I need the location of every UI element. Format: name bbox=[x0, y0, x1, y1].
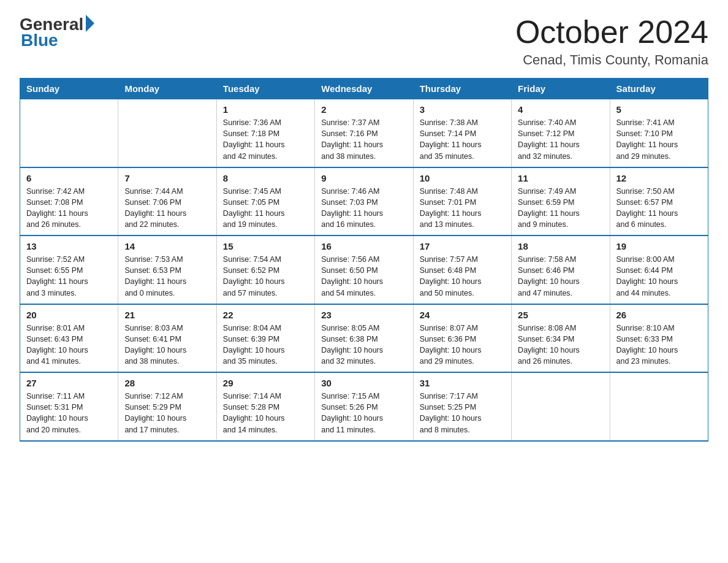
calendar-cell: 3Sunrise: 7:38 AMSunset: 7:14 PMDaylight… bbox=[413, 99, 511, 167]
day-number: 5 bbox=[616, 104, 702, 115]
day-info: Sunrise: 8:05 AMSunset: 6:38 PMDaylight:… bbox=[321, 323, 406, 367]
calendar-week-row: 13Sunrise: 7:52 AMSunset: 6:55 PMDayligh… bbox=[20, 236, 708, 304]
calendar-table: SundayMondayTuesdayWednesdayThursdayFrid… bbox=[20, 78, 708, 442]
logo: General Blue bbox=[20, 15, 94, 50]
calendar-cell: 1Sunrise: 7:36 AMSunset: 7:18 PMDaylight… bbox=[216, 99, 314, 167]
calendar-cell: 6Sunrise: 7:42 AMSunset: 7:08 PMDaylight… bbox=[20, 167, 118, 236]
calendar-cell: 10Sunrise: 7:48 AMSunset: 7:01 PMDayligh… bbox=[413, 167, 511, 236]
day-info: Sunrise: 7:12 AMSunset: 5:29 PMDaylight:… bbox=[124, 391, 210, 435]
calendar-week-row: 20Sunrise: 8:01 AMSunset: 6:43 PMDayligh… bbox=[20, 304, 708, 373]
day-number: 11 bbox=[518, 173, 603, 183]
calendar-cell: 5Sunrise: 7:41 AMSunset: 7:10 PMDaylight… bbox=[610, 99, 708, 167]
calendar-cell: 14Sunrise: 7:53 AMSunset: 6:53 PMDayligh… bbox=[118, 236, 216, 304]
day-number: 6 bbox=[26, 173, 112, 183]
month-year-title: October 2024 bbox=[515, 15, 708, 50]
day-info: Sunrise: 7:41 AMSunset: 7:10 PMDaylight:… bbox=[616, 117, 702, 162]
day-info: Sunrise: 7:52 AMSunset: 6:55 PMDaylight:… bbox=[26, 254, 112, 299]
day-info: Sunrise: 7:44 AMSunset: 7:06 PMDaylight:… bbox=[124, 186, 210, 231]
calendar-header-wednesday: Wednesday bbox=[315, 79, 413, 99]
calendar-week-row: 1Sunrise: 7:36 AMSunset: 7:18 PMDaylight… bbox=[20, 99, 708, 167]
calendar-week-row: 27Sunrise: 7:11 AMSunset: 5:31 PMDayligh… bbox=[20, 372, 708, 441]
calendar-cell: 26Sunrise: 8:10 AMSunset: 6:33 PMDayligh… bbox=[610, 304, 708, 373]
day-number: 17 bbox=[420, 241, 505, 251]
day-info: Sunrise: 7:40 AMSunset: 7:12 PMDaylight:… bbox=[518, 117, 603, 162]
calendar-cell: 12Sunrise: 7:50 AMSunset: 6:57 PMDayligh… bbox=[610, 167, 708, 236]
calendar-header-friday: Friday bbox=[512, 79, 610, 99]
calendar-cell: 28Sunrise: 7:12 AMSunset: 5:29 PMDayligh… bbox=[118, 372, 216, 441]
day-info: Sunrise: 7:56 AMSunset: 6:50 PMDaylight:… bbox=[321, 254, 406, 299]
calendar-header-saturday: Saturday bbox=[610, 79, 708, 99]
calendar-cell: 31Sunrise: 7:17 AMSunset: 5:25 PMDayligh… bbox=[413, 372, 511, 441]
calendar-cell: 9Sunrise: 7:46 AMSunset: 7:03 PMDaylight… bbox=[315, 167, 413, 236]
day-number: 26 bbox=[616, 310, 702, 320]
day-number: 24 bbox=[420, 310, 505, 320]
location-subtitle: Cenad, Timis County, Romania bbox=[515, 52, 708, 68]
day-info: Sunrise: 8:00 AMSunset: 6:44 PMDaylight:… bbox=[616, 254, 702, 299]
day-number: 25 bbox=[518, 310, 603, 320]
calendar-cell: 20Sunrise: 8:01 AMSunset: 6:43 PMDayligh… bbox=[20, 304, 118, 373]
day-number: 14 bbox=[124, 241, 210, 251]
day-info: Sunrise: 8:01 AMSunset: 6:43 PMDaylight:… bbox=[26, 323, 112, 367]
day-info: Sunrise: 8:10 AMSunset: 6:33 PMDaylight:… bbox=[616, 323, 702, 367]
day-info: Sunrise: 7:53 AMSunset: 6:53 PMDaylight:… bbox=[124, 254, 210, 299]
calendar-cell: 16Sunrise: 7:56 AMSunset: 6:50 PMDayligh… bbox=[315, 236, 413, 304]
calendar-cell bbox=[118, 99, 216, 167]
calendar-week-row: 6Sunrise: 7:42 AMSunset: 7:08 PMDaylight… bbox=[20, 167, 708, 236]
day-number: 2 bbox=[321, 104, 406, 115]
day-info: Sunrise: 7:50 AMSunset: 6:57 PMDaylight:… bbox=[616, 186, 702, 231]
title-section: October 2024 Cenad, Timis County, Romani… bbox=[515, 15, 708, 68]
calendar-cell: 7Sunrise: 7:44 AMSunset: 7:06 PMDaylight… bbox=[118, 167, 216, 236]
logo-blue-text: Blue bbox=[21, 31, 58, 50]
day-number: 12 bbox=[616, 173, 702, 183]
calendar-header-tuesday: Tuesday bbox=[216, 79, 314, 99]
calendar-cell: 21Sunrise: 8:03 AMSunset: 6:41 PMDayligh… bbox=[118, 304, 216, 373]
calendar-cell: 29Sunrise: 7:14 AMSunset: 5:28 PMDayligh… bbox=[216, 372, 314, 441]
calendar-cell: 2Sunrise: 7:37 AMSunset: 7:16 PMDaylight… bbox=[315, 99, 413, 167]
day-info: Sunrise: 8:08 AMSunset: 6:34 PMDaylight:… bbox=[518, 323, 603, 367]
calendar-cell bbox=[610, 372, 708, 441]
day-number: 7 bbox=[124, 173, 210, 183]
day-info: Sunrise: 7:36 AMSunset: 7:18 PMDaylight:… bbox=[223, 117, 308, 162]
calendar-header-sunday: Sunday bbox=[20, 79, 118, 99]
calendar-cell: 11Sunrise: 7:49 AMSunset: 6:59 PMDayligh… bbox=[512, 167, 610, 236]
calendar-cell: 15Sunrise: 7:54 AMSunset: 6:52 PMDayligh… bbox=[216, 236, 314, 304]
calendar-cell: 8Sunrise: 7:45 AMSunset: 7:05 PMDaylight… bbox=[216, 167, 314, 236]
day-info: Sunrise: 7:54 AMSunset: 6:52 PMDaylight:… bbox=[223, 254, 308, 299]
calendar-cell: 30Sunrise: 7:15 AMSunset: 5:26 PMDayligh… bbox=[315, 372, 413, 441]
day-number: 1 bbox=[223, 104, 308, 115]
day-info: Sunrise: 8:07 AMSunset: 6:36 PMDaylight:… bbox=[420, 323, 505, 367]
calendar-cell: 13Sunrise: 7:52 AMSunset: 6:55 PMDayligh… bbox=[20, 236, 118, 304]
day-number: 22 bbox=[223, 310, 308, 320]
day-info: Sunrise: 7:48 AMSunset: 7:01 PMDaylight:… bbox=[420, 186, 505, 231]
day-number: 30 bbox=[321, 378, 406, 388]
day-info: Sunrise: 8:04 AMSunset: 6:39 PMDaylight:… bbox=[223, 323, 308, 367]
day-number: 21 bbox=[124, 310, 210, 320]
day-info: Sunrise: 8:03 AMSunset: 6:41 PMDaylight:… bbox=[124, 323, 210, 367]
day-number: 13 bbox=[26, 241, 112, 251]
day-number: 9 bbox=[321, 173, 406, 183]
calendar-header-thursday: Thursday bbox=[413, 79, 511, 99]
calendar-cell: 18Sunrise: 7:58 AMSunset: 6:46 PMDayligh… bbox=[512, 236, 610, 304]
calendar-cell bbox=[512, 372, 610, 441]
calendar-cell: 17Sunrise: 7:57 AMSunset: 6:48 PMDayligh… bbox=[413, 236, 511, 304]
day-number: 8 bbox=[223, 173, 308, 183]
page-header: General Blue October 2024 Cenad, Timis C… bbox=[20, 15, 708, 68]
calendar-cell bbox=[20, 99, 118, 167]
day-number: 29 bbox=[223, 378, 308, 388]
day-number: 27 bbox=[26, 378, 112, 388]
day-info: Sunrise: 7:11 AMSunset: 5:31 PMDaylight:… bbox=[26, 391, 112, 435]
day-number: 18 bbox=[518, 241, 603, 251]
calendar-cell: 25Sunrise: 8:08 AMSunset: 6:34 PMDayligh… bbox=[512, 304, 610, 373]
day-number: 4 bbox=[518, 104, 603, 115]
calendar-header-row: SundayMondayTuesdayWednesdayThursdayFrid… bbox=[20, 79, 708, 99]
calendar-cell: 19Sunrise: 8:00 AMSunset: 6:44 PMDayligh… bbox=[610, 236, 708, 304]
day-info: Sunrise: 7:45 AMSunset: 7:05 PMDaylight:… bbox=[223, 186, 308, 231]
day-info: Sunrise: 7:58 AMSunset: 6:46 PMDaylight:… bbox=[518, 254, 603, 299]
day-number: 3 bbox=[420, 104, 505, 115]
calendar-header-monday: Monday bbox=[118, 79, 216, 99]
day-info: Sunrise: 7:42 AMSunset: 7:08 PMDaylight:… bbox=[26, 186, 112, 231]
day-number: 16 bbox=[321, 241, 406, 251]
day-info: Sunrise: 7:46 AMSunset: 7:03 PMDaylight:… bbox=[321, 186, 406, 231]
day-info: Sunrise: 7:17 AMSunset: 5:25 PMDaylight:… bbox=[420, 391, 505, 435]
day-number: 23 bbox=[321, 310, 406, 320]
